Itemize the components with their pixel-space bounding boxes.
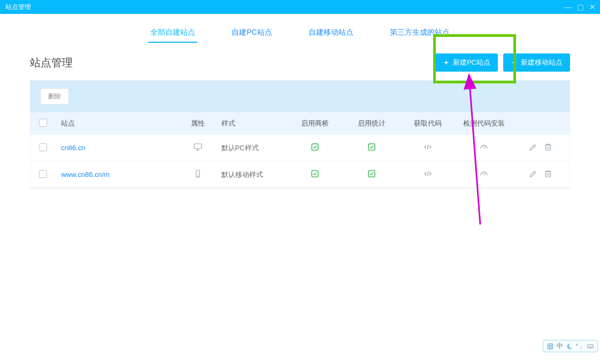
site-link[interactable]: cn86.cn: [61, 144, 86, 152]
ime-tray[interactable]: 中 °，: [543, 340, 598, 352]
svg-rect-7: [546, 145, 551, 150]
svg-rect-14: [368, 171, 375, 177]
style-cell: 默认移动样式: [216, 161, 287, 188]
gauge-icon[interactable]: [479, 142, 489, 152]
svg-rect-23: [548, 344, 552, 348]
plus-icon: ＋: [511, 58, 518, 67]
delete-button[interactable]: 删除: [40, 88, 69, 105]
col-attr: 属性: [180, 112, 216, 135]
gauge-icon[interactable]: [479, 169, 489, 179]
col-bridge: 启用商桥: [287, 112, 343, 135]
row-checkbox[interactable]: [39, 143, 47, 151]
maximize-button[interactable]: ▢: [577, 3, 584, 11]
close-button[interactable]: ✕: [589, 3, 596, 11]
plus-icon: ＋: [443, 58, 450, 67]
col-stats: 启用统计: [343, 112, 399, 135]
card-toolbar: 删除: [30, 81, 570, 112]
col-checkbox: [30, 112, 56, 135]
svg-rect-13: [312, 171, 318, 177]
section-header: 站点管理 ＋ 新建PC站点 ＋ 新建移动站点: [0, 48, 600, 80]
site-card: 删除 站点 属性 样式 启用商桥 启用统计 获取代码 检测代码安装 cn86.c: [30, 80, 570, 189]
keyboard-icon: [587, 343, 594, 350]
svg-line-6: [484, 146, 485, 149]
new-mobile-label: 新建移动站点: [521, 58, 563, 67]
row-checkbox[interactable]: [39, 170, 47, 178]
page-title: 站点管理: [30, 56, 430, 70]
moon-icon: [566, 343, 573, 350]
edit-icon[interactable]: [528, 142, 538, 152]
code-icon[interactable]: [423, 169, 433, 179]
mobile-icon: [193, 169, 203, 179]
tab-pc-sites[interactable]: 自建PC站点: [229, 24, 274, 43]
tab-mobile-sites[interactable]: 自建移动站点: [306, 24, 356, 43]
trash-icon[interactable]: [543, 142, 553, 152]
minimize-button[interactable]: —: [564, 3, 572, 11]
svg-rect-3: [312, 144, 318, 150]
style-cell: 默认PC样式: [216, 135, 287, 161]
table-row: www.cn86.cn/m 默认移动样式: [30, 161, 570, 188]
ime-lang: 中: [557, 342, 563, 351]
window-title: 站点管理: [5, 3, 31, 12]
site-table: 站点 属性 样式 启用商桥 启用统计 获取代码 检测代码安装 cn86.cn: [30, 112, 570, 188]
window-controls: — ▢ ✕: [564, 0, 596, 14]
edit-icon[interactable]: [528, 169, 538, 179]
svg-point-12: [197, 176, 198, 176]
punct-icon: °，: [576, 342, 584, 350]
titlebar: 站点管理 — ▢ ✕: [0, 0, 600, 14]
check-icon[interactable]: [310, 142, 320, 152]
tab-thirdparty-sites[interactable]: 第三方生成的站点: [388, 24, 452, 43]
tab-all-sites[interactable]: 全部自建站点: [148, 24, 197, 43]
desktop-icon: [193, 142, 203, 152]
select-all-checkbox[interactable]: [39, 119, 47, 127]
svg-line-15: [427, 172, 428, 176]
check-icon[interactable]: [310, 169, 320, 179]
svg-point-24: [549, 345, 551, 347]
check-icon[interactable]: [367, 142, 376, 152]
tab-bar: 全部自建站点 自建PC站点 自建移动站点 第三方生成的站点: [0, 14, 600, 48]
new-mobile-button[interactable]: ＋ 新建移动站点: [503, 53, 570, 72]
new-pc-label: 新建PC站点: [453, 58, 490, 67]
svg-rect-4: [368, 144, 375, 150]
svg-line-5: [427, 145, 428, 150]
check-icon[interactable]: [367, 169, 376, 179]
col-site: 站点: [56, 112, 180, 135]
new-pc-button[interactable]: ＋ 新建PC站点: [435, 53, 498, 72]
trash-icon[interactable]: [543, 169, 553, 179]
site-link[interactable]: www.cn86.cn/m: [61, 171, 110, 179]
svg-line-16: [484, 173, 485, 175]
table-row: cn86.cn 默认PC样式: [30, 135, 570, 161]
code-icon[interactable]: [423, 142, 433, 152]
col-check: 检测代码安装: [456, 112, 512, 135]
col-getcode: 获取代码: [399, 112, 456, 135]
svg-rect-25: [588, 345, 594, 348]
svg-rect-0: [194, 144, 202, 149]
col-style: 样式: [216, 112, 287, 135]
col-actions: [512, 112, 570, 135]
svg-rect-17: [546, 172, 551, 177]
ime-logo-icon: [547, 343, 554, 350]
